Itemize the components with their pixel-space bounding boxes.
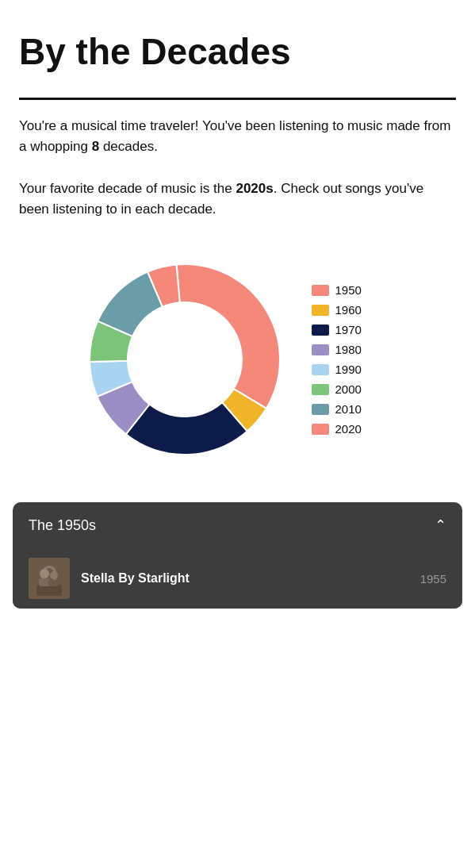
donut-chart — [74, 248, 296, 470]
legend-item-1990: 1990 — [312, 363, 383, 376]
legend-label-1960: 1960 — [335, 303, 362, 317]
donut-svg — [74, 248, 296, 470]
legend-label-2000: 2000 — [335, 382, 362, 396]
legend-label-1990: 1990 — [335, 363, 362, 376]
decade-title: The 1950s — [29, 517, 96, 534]
legend-color-1970 — [312, 325, 329, 336]
svg-rect-7 — [48, 580, 59, 586]
legend-item-2010: 2010 — [312, 402, 383, 416]
legend-color-1990 — [312, 364, 329, 375]
legend-item-1970: 1970 — [312, 323, 383, 336]
song-thumbnail — [29, 558, 70, 599]
desc-bold2: 2020s — [236, 181, 273, 196]
header-section: By the Decades — [0, 0, 475, 98]
legend-label-1980: 1980 — [335, 343, 362, 356]
legend-item-2020: 2020 — [312, 422, 383, 436]
svg-point-4 — [40, 569, 49, 578]
desc-part3: Your favorite decade of music is the — [19, 181, 236, 196]
legend-item-1950: 1950 — [312, 283, 383, 297]
page-title: By the Decades — [19, 32, 456, 72]
donut-hole — [128, 302, 242, 417]
desc-part1: You're a musical time traveler! You've b… — [19, 118, 450, 154]
desc-bold1: 8 — [92, 139, 99, 154]
song-year: 1955 — [420, 572, 446, 586]
svg-rect-3 — [36, 585, 62, 596]
legend-label-1970: 1970 — [335, 323, 362, 336]
legend-color-1960 — [312, 305, 329, 316]
desc-part2: decades. — [99, 139, 158, 154]
song-item[interactable]: Stella By Starlight 1955 — [13, 548, 462, 609]
legend-label-1950: 1950 — [335, 283, 362, 297]
legend-item-1980: 1980 — [312, 343, 383, 356]
legend-item-2000: 2000 — [312, 382, 383, 396]
chevron-up-icon: ⌃ — [435, 517, 446, 534]
legend-color-1950 — [312, 285, 329, 296]
legend-color-1980 — [312, 344, 329, 355]
legend-item-1960: 1960 — [312, 303, 383, 317]
svg-rect-6 — [39, 578, 50, 586]
decade-section: The 1950s ⌃ Stella By Starlight 1955 — [13, 502, 462, 609]
legend-color-2020 — [312, 424, 329, 435]
legend-label-2010: 2010 — [335, 402, 362, 416]
legend-color-2010 — [312, 404, 329, 415]
legend-label-2020: 2020 — [335, 422, 362, 436]
description-text: You're a musical time traveler! You've b… — [0, 116, 475, 221]
svg-point-5 — [50, 571, 58, 579]
divider — [19, 98, 456, 100]
legend: 1950 1960 1970 1980 1990 2000 2010 2020 — [312, 283, 383, 436]
chart-section: 1950 1960 1970 1980 1990 2000 2010 2020 — [0, 232, 475, 494]
decade-header[interactable]: The 1950s ⌃ — [13, 502, 462, 548]
song-title: Stella By Starlight — [81, 571, 190, 586]
song-image — [29, 558, 70, 599]
legend-color-2000 — [312, 384, 329, 395]
